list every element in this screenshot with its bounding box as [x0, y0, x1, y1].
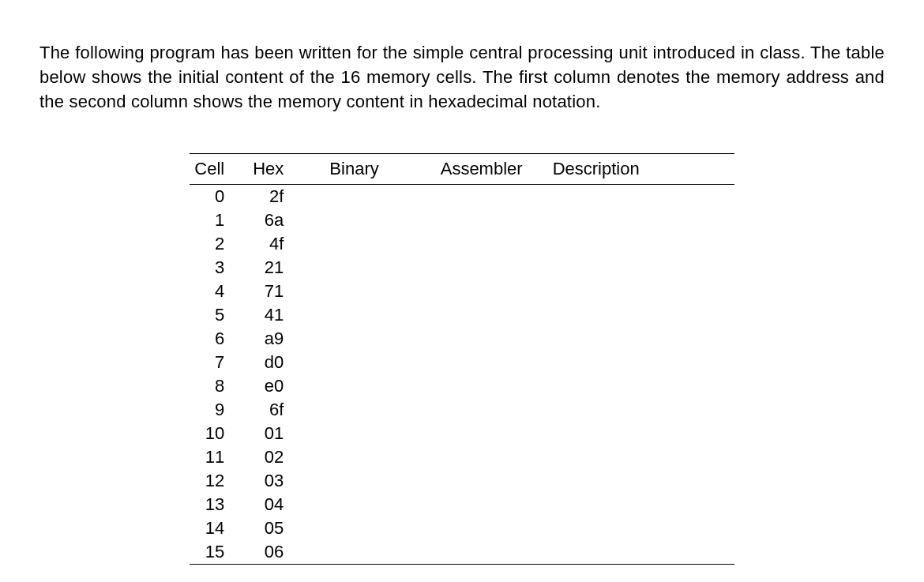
cell-description — [539, 469, 734, 493]
cell-description — [539, 422, 734, 445]
cell-description — [539, 445, 734, 469]
table-body: 02f16a24f3214715416a97d08e096f1001110212… — [190, 185, 734, 565]
table-row: 321 — [190, 256, 734, 280]
cell-assembler — [426, 422, 539, 445]
cell-hex: a9 — [239, 327, 315, 351]
header-cell: Cell — [190, 154, 239, 185]
header-assembler: Assembler — [426, 154, 539, 185]
cell-hex: 04 — [239, 493, 315, 516]
cell-description — [539, 398, 734, 422]
cell-description — [539, 493, 734, 516]
table-row: 1203 — [190, 469, 734, 493]
cell-description — [539, 232, 734, 256]
cell-cell: 3 — [190, 256, 239, 280]
table-row: 1405 — [190, 516, 734, 540]
cell-binary — [315, 374, 426, 398]
cell-assembler — [426, 493, 539, 516]
cell-cell: 8 — [190, 374, 239, 398]
cell-assembler — [426, 469, 539, 493]
cell-assembler — [426, 351, 539, 374]
cell-binary — [315, 493, 426, 516]
cell-binary — [315, 256, 426, 280]
cell-cell: 7 — [190, 351, 239, 374]
cell-binary — [315, 185, 426, 209]
cell-description — [539, 256, 734, 280]
header-description: Description — [539, 154, 734, 185]
table-row: 02f — [190, 185, 734, 209]
cell-hex: 4f — [239, 232, 315, 256]
cell-binary — [315, 208, 426, 232]
table-container: Cell Hex Binary Assembler Description 02… — [39, 153, 885, 565]
cell-hex: d0 — [239, 351, 315, 374]
cell-description — [539, 351, 734, 374]
table-row: 7d0 — [190, 351, 734, 374]
table-row: 6a9 — [190, 327, 734, 351]
cell-hex: 06 — [239, 540, 315, 565]
cell-hex: 02 — [239, 445, 315, 469]
cell-hex: 03 — [239, 469, 315, 493]
cell-assembler — [426, 398, 539, 422]
header-binary: Binary — [315, 154, 426, 185]
cell-hex: 05 — [239, 516, 315, 540]
cell-assembler — [426, 540, 539, 565]
table-row: 24f — [190, 232, 734, 256]
cell-cell: 4 — [190, 280, 239, 303]
cell-assembler — [426, 374, 539, 398]
cell-hex: 41 — [239, 303, 315, 327]
cell-assembler — [426, 208, 539, 232]
cell-cell: 6 — [190, 327, 239, 351]
cell-description — [539, 516, 734, 540]
table-header-row: Cell Hex Binary Assembler Description — [190, 154, 734, 185]
cell-binary — [315, 232, 426, 256]
cell-description — [539, 540, 734, 565]
cell-assembler — [426, 303, 539, 327]
cell-binary — [315, 540, 426, 565]
cell-description — [539, 374, 734, 398]
header-hex: Hex — [239, 154, 315, 185]
cell-cell: 0 — [190, 185, 239, 209]
cell-cell: 11 — [190, 445, 239, 469]
cell-hex: 21 — [239, 256, 315, 280]
cell-binary — [315, 327, 426, 351]
cell-binary — [315, 398, 426, 422]
cell-cell: 12 — [190, 469, 239, 493]
cell-assembler — [426, 256, 539, 280]
table-row: 8e0 — [190, 374, 734, 398]
cell-cell: 1 — [190, 208, 239, 232]
table-row: 541 — [190, 303, 734, 327]
cell-binary — [315, 445, 426, 469]
cell-hex: 01 — [239, 422, 315, 445]
cell-binary — [315, 351, 426, 374]
cell-description — [539, 303, 734, 327]
cell-cell: 14 — [190, 516, 239, 540]
table-row: 96f — [190, 398, 734, 422]
table-row: 1304 — [190, 493, 734, 516]
cell-assembler — [426, 516, 539, 540]
cell-description — [539, 208, 734, 232]
table-row: 1506 — [190, 540, 734, 565]
cell-description — [539, 280, 734, 303]
cell-cell: 15 — [190, 540, 239, 565]
cell-hex: 71 — [239, 280, 315, 303]
cell-assembler — [426, 327, 539, 351]
cell-cell: 13 — [190, 493, 239, 516]
cell-binary — [315, 516, 426, 540]
cell-cell: 2 — [190, 232, 239, 256]
memory-table: Cell Hex Binary Assembler Description 02… — [190, 153, 734, 565]
cell-binary — [315, 469, 426, 493]
cell-cell: 5 — [190, 303, 239, 327]
cell-hex: e0 — [239, 374, 315, 398]
cell-assembler — [426, 232, 539, 256]
cell-description — [539, 327, 734, 351]
cell-binary — [315, 280, 426, 303]
cell-binary — [315, 303, 426, 327]
cell-assembler — [426, 280, 539, 303]
cell-cell: 9 — [190, 398, 239, 422]
cell-description — [539, 185, 734, 209]
cell-hex: 6f — [239, 398, 315, 422]
cell-cell: 10 — [190, 422, 239, 445]
table-row: 471 — [190, 280, 734, 303]
table-row: 1001 — [190, 422, 734, 445]
table-row: 16a — [190, 208, 734, 232]
cell-binary — [315, 422, 426, 445]
